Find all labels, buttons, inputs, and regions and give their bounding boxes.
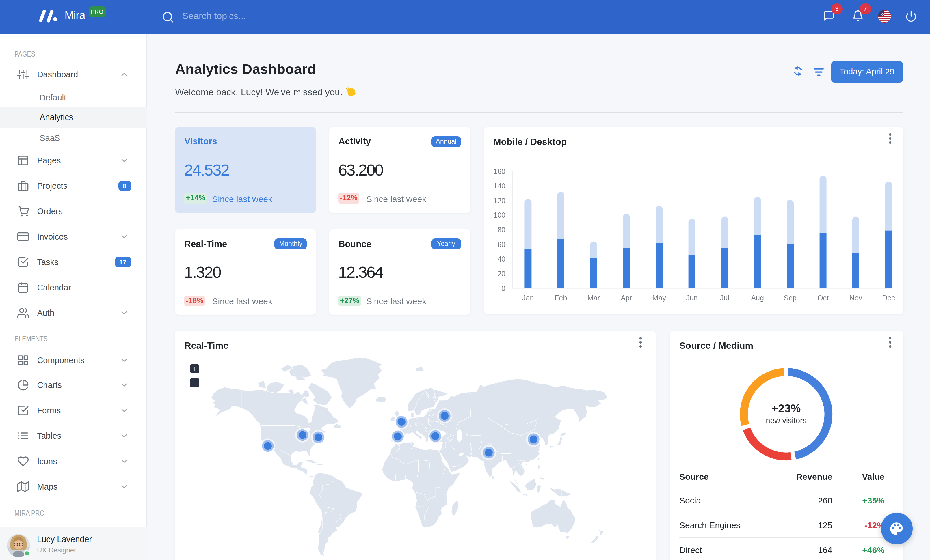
svg-text:Dec: Dec xyxy=(882,294,895,302)
svg-text:60: 60 xyxy=(497,241,505,249)
svg-text:Aug: Aug xyxy=(751,294,764,302)
svg-text:Nov: Nov xyxy=(850,294,862,302)
svg-text:120: 120 xyxy=(493,196,505,205)
svg-text:Oct: Oct xyxy=(818,294,828,302)
svg-text:Jun: Jun xyxy=(686,294,698,302)
svg-text:0: 0 xyxy=(501,284,505,292)
svg-text:160: 160 xyxy=(493,167,505,175)
svg-text:Apr: Apr xyxy=(621,294,632,302)
svg-text:Jan: Jan xyxy=(522,294,534,302)
svg-text:Feb: Feb xyxy=(554,294,567,302)
svg-text:140: 140 xyxy=(493,182,505,190)
svg-text:40: 40 xyxy=(497,255,505,263)
svg-text:100: 100 xyxy=(493,211,505,219)
svg-text:Jul: Jul xyxy=(720,294,729,302)
svg-text:May: May xyxy=(653,294,666,302)
svg-text:Mar: Mar xyxy=(587,294,600,302)
svg-text:Sep: Sep xyxy=(784,294,796,302)
svg-text:20: 20 xyxy=(497,270,505,278)
svg-text:80: 80 xyxy=(497,226,505,234)
